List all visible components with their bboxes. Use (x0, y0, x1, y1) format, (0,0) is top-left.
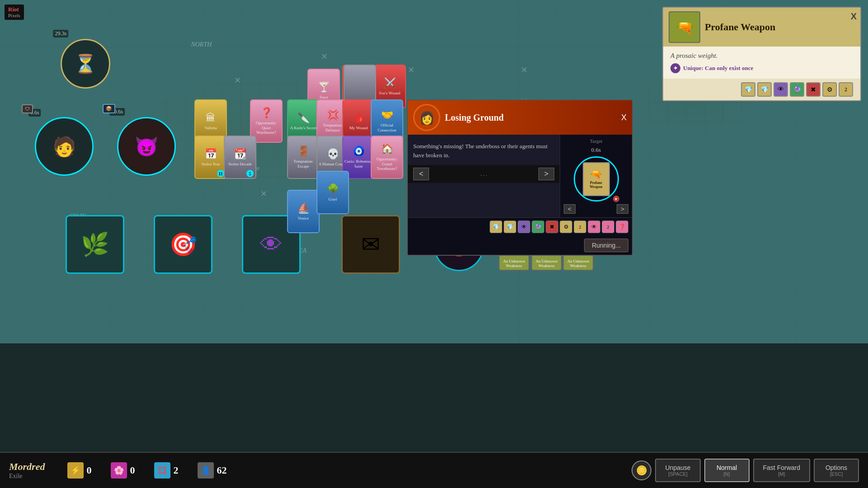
fast-forward-sub: [M] (778, 471, 785, 477)
card-opportunity-grand[interactable]: 🏠 Opportunity: Grand Townhouse? (371, 136, 403, 179)
map-x-2: ✕ (408, 65, 415, 75)
losing-ground-nav: < . . . > (408, 165, 560, 183)
map-x-3: ✕ (521, 65, 528, 75)
losing-ground-panel: 👩 Losing Ground X Something's missing! T… (407, 99, 633, 256)
temptation-escape-icon: 🚪 (297, 145, 310, 157)
map-x-10: ✕ (321, 52, 328, 61)
hud-stat-4-icon: 👤 (198, 462, 214, 479)
weakness-3-label: An Unknown Weakness (564, 259, 593, 268)
logo: Riot Pixels (5, 5, 24, 20)
action-buttons: 🪙 Unpause [SPACE] Normal [N] Fast Forwar… (632, 459, 859, 482)
lg-icon-btn-3[interactable]: 👁 (518, 221, 530, 233)
weapon-icon-btn-4[interactable]: 🔮 (790, 82, 804, 97)
target-badge: ● (613, 196, 619, 202)
slot-card-4[interactable]: ✉ (341, 215, 400, 274)
stolen-decade-icon: 📆 (234, 148, 246, 160)
slot-4-icon: ✉ (361, 231, 380, 258)
losing-ground-close-button[interactable]: X (621, 113, 627, 122)
target-circle: 🔫 Profane Weapon ● (574, 156, 619, 202)
card-grief[interactable]: 🌳 Grief (316, 171, 349, 214)
opportunity-grand-label: Opportunity: Grand Townhouse? (372, 157, 402, 171)
player-name: Mordred (9, 461, 45, 473)
knife-label: A Knife's Secret (289, 126, 318, 131)
stolen-year-icon: 📅 (205, 148, 217, 160)
hud-stat-4: 👤 62 (198, 462, 227, 479)
losing-ground-prev-button[interactable]: < (413, 168, 429, 180)
weapon-close-button[interactable]: X (851, 11, 857, 22)
weapon-image: 🔫 (669, 11, 700, 43)
hud-bar: Mordred Exile ⚡ 0 🌸 0 💢 2 👤 62 🪙 Unpause… (0, 452, 868, 488)
losing-ground-content: Something's missing! The underboss or th… (408, 135, 632, 217)
lg-icon-btn-6[interactable]: ⚙ (560, 221, 572, 233)
weapon-icon-btn-5[interactable]: ✖ (806, 82, 821, 97)
weapon-title: Profane Weapon (705, 21, 775, 33)
official-connection-icon: 🤝 (381, 109, 393, 121)
weapon-icon-btn-7[interactable]: 2 (839, 82, 853, 97)
my-wound-mid-label: My Wound (349, 126, 368, 131)
foes-wound-label: Foe's Wound (378, 91, 401, 96)
weapon-icon-btn-3[interactable]: 👁 (774, 82, 788, 97)
opportunity-warehouse-icon: ❓ (260, 107, 273, 119)
stolen-year-badge: 11 (217, 170, 224, 177)
hud-stat-1-icon: ⚡ (67, 462, 84, 479)
lg-icon-btn-9[interactable]: 2 (602, 221, 614, 233)
hud-stat-2: 🌸 0 (111, 462, 141, 479)
slot-card-1[interactable]: 🌿 (66, 215, 124, 274)
target-next-button[interactable]: > (617, 204, 628, 214)
hud-stat-3-value: 2 (173, 465, 184, 476)
lg-icon-btn-2[interactable]: 💎 (504, 221, 516, 233)
target-nav: < > (564, 204, 628, 214)
options-sub: [ESC] (830, 471, 843, 477)
card-stolen-decade[interactable]: 📆 Stolen Decade 5 (224, 136, 256, 179)
card-temptation-escape[interactable]: 🚪 Temptation: Escape (287, 136, 320, 179)
lg-icon-btn-7[interactable]: 2 (574, 221, 586, 233)
human-corpse-icon: 💀 (327, 148, 339, 160)
normal-button[interactable]: Normal [N] (704, 459, 750, 482)
weapon-icon-btn-2[interactable]: 💎 (757, 82, 772, 97)
losing-ground-body: Something's missing! The underboss or th… (408, 135, 560, 165)
slot-2-icon: 🎯 (169, 231, 197, 258)
hud-stat-3: 💢 2 (154, 462, 184, 479)
weapon-description: A prosaic weight. (670, 52, 853, 60)
weapon-icon-btn-1[interactable]: 💎 (741, 82, 755, 97)
timer-1-label: 29.3s (53, 30, 69, 38)
venice-label: Venice (297, 216, 310, 221)
lg-icon-btn-8[interactable]: 👁 (588, 221, 600, 233)
card-venice[interactable]: ⛵ Venice (287, 190, 320, 233)
normal-sub: [N] (724, 471, 730, 477)
card-stolen-year[interactable]: 📅 Stolen Year 11 (194, 136, 227, 179)
unpause-sub: [SPACE] (668, 471, 688, 477)
losing-ground-icons-row: 💎 💎 👁 🔮 ✖ ⚙ 2 👁 2 ❓ (408, 217, 632, 236)
weapon-unique-icon: ✦ (670, 63, 680, 73)
options-button[interactable]: Options [ESC] (814, 459, 859, 482)
valletta-icon: 🏛 (206, 112, 216, 124)
weapon-unique-label: Unique: Can only exist once (683, 65, 753, 72)
losing-ground-next-button[interactable]: > (538, 168, 554, 180)
curio-label: Curio: Bohemian Saint (343, 159, 374, 169)
slot-card-2[interactable]: 🎯 (154, 215, 212, 274)
losing-ground-text-area: Something's missing! The underboss or th… (408, 135, 560, 217)
map-x-1: ✕ (234, 75, 241, 85)
unpause-button[interactable]: Unpause [SPACE] (655, 459, 700, 482)
player-info: Mordred Exile (9, 461, 45, 480)
target-prev-button[interactable]: < (564, 204, 576, 214)
grief-label: Grief (328, 197, 338, 202)
coin-button[interactable]: 🪙 (632, 460, 651, 480)
lg-icon-btn-5[interactable]: ✖ (546, 221, 558, 233)
slot-3-icon: 👁 (260, 231, 283, 258)
weapon-icon-btn-6[interactable]: ⚙ (822, 82, 837, 97)
target-card-mini-label: Profane Weapon (584, 181, 609, 189)
lg-icon-btn-1[interactable]: 💎 (490, 221, 502, 233)
map-label-north: NORTH (191, 41, 212, 48)
normal-label: Normal (717, 464, 737, 471)
running-button[interactable]: Running... (584, 239, 628, 252)
lg-icon-btn-4[interactable]: 🔮 (532, 221, 544, 233)
target-card-mini[interactable]: 🔫 Profane Weapon ● (583, 162, 610, 196)
fast-forward-button[interactable]: Fast Forward [M] (753, 459, 810, 482)
stolen-decade-badge: 5 (246, 170, 254, 177)
opportunity-grand-icon: 🏠 (381, 143, 393, 155)
temptation-escape-label: Temptation: Escape (288, 159, 319, 169)
weapon-unique-row: ✦ Unique: Can only exist once (670, 63, 853, 73)
lg-icon-btn-10[interactable]: ❓ (616, 221, 628, 233)
losing-ground-header: 👩 Losing Ground X (408, 100, 632, 135)
